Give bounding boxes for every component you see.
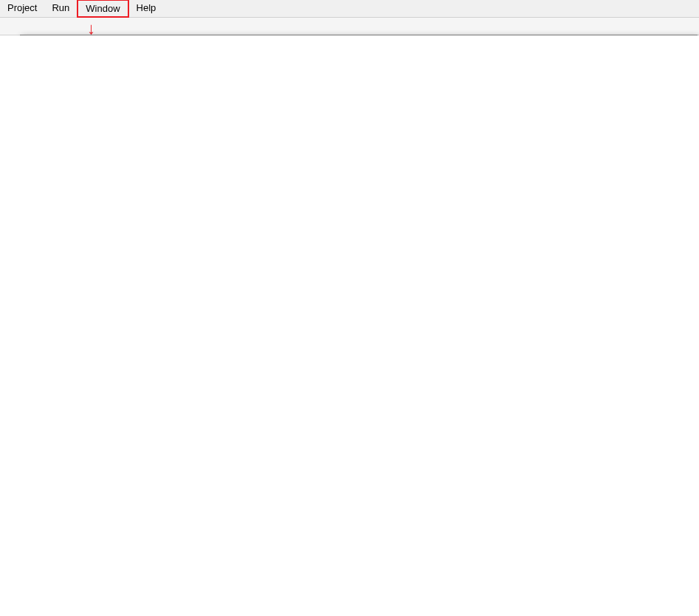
toolbar bbox=[0, 18, 699, 35]
annotation-arrow-down-icon: ↓ bbox=[87, 19, 95, 35]
menubar: Project Run Window Help bbox=[0, 0, 699, 18]
menu-help[interactable]: Help bbox=[129, 0, 164, 17]
menu-run[interactable]: Run bbox=[44, 0, 77, 17]
menu-window[interactable]: Window bbox=[77, 0, 128, 18]
menu-project[interactable]: Project bbox=[0, 0, 44, 17]
preferences-dialog: Preferences ✕ ˅General˅WorkspaceLinked R… bbox=[20, 35, 698, 35]
